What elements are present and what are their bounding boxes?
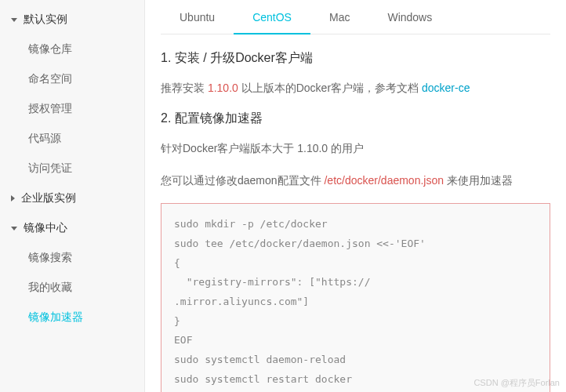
section-config-title: 2. 配置镜像加速器: [161, 111, 550, 127]
nav-item-my-favorites[interactable]: 我的收藏: [0, 273, 144, 303]
section-config-text1: 针对Docker客户端版本大于 1.10.0 的用户: [161, 140, 550, 157]
nav-group-image-center[interactable]: 镜像中心: [0, 213, 144, 243]
section-config-text2: 您可以通过修改daemon配置文件 /etc/docker/daemon.jso…: [161, 172, 550, 189]
code-block[interactable]: sudo mkdir -p /etc/docker sudo tee /etc/…: [161, 203, 550, 392]
tab-mac[interactable]: Mac: [310, 2, 368, 34]
nav-item-image-repo[interactable]: 镜像仓库: [0, 34, 144, 64]
os-tabs: Ubuntu CentOS Mac Windows: [161, 2, 550, 34]
section-install-text: 推荐安装 1.10.0 以上版本的Docker客户端，参考文档 docker-c…: [161, 79, 550, 96]
docker-ce-link[interactable]: docker-ce: [422, 82, 470, 94]
tab-ubuntu[interactable]: Ubuntu: [161, 2, 234, 34]
nav-item-auth-mgmt[interactable]: 授权管理: [0, 94, 144, 124]
nav-item-mirror-accel[interactable]: 镜像加速器: [0, 303, 144, 332]
nav-group-label: 默认实例: [24, 13, 67, 27]
nav-item-namespace[interactable]: 命名空间: [0, 64, 144, 94]
chevron-right-icon: [11, 195, 15, 201]
sidebar: 默认实例 镜像仓库 命名空间 授权管理 代码源 访问凭证 企业版实例 镜像中心 …: [0, 0, 145, 392]
nav-group-enterprise[interactable]: 企业版实例: [0, 183, 144, 213]
chevron-down-icon: [11, 227, 17, 230]
nav-group-label: 企业版实例: [21, 191, 76, 205]
daemon-json-path: /etc/docker/daemon.json: [324, 174, 444, 187]
nav-group-default-instance[interactable]: 默认实例: [0, 5, 144, 34]
watermark: CSDN @程序员Forlan: [473, 377, 560, 389]
chevron-down-icon: [11, 18, 17, 22]
tab-centos[interactable]: CentOS: [234, 2, 310, 34]
tab-content: 1. 安装 / 升级Docker客户端 推荐安装 1.10.0 以上版本的Doc…: [161, 34, 550, 392]
nav-item-code-source[interactable]: 代码源: [0, 124, 144, 154]
nav-item-access-cred[interactable]: 访问凭证: [0, 154, 144, 183]
section-install-title: 1. 安装 / 升级Docker客户端: [161, 50, 550, 67]
nav-item-image-search[interactable]: 镜像搜索: [0, 243, 144, 273]
tab-windows[interactable]: Windows: [368, 2, 451, 34]
main-content: Ubuntu CentOS Mac Windows 1. 安装 / 升级Dock…: [145, 0, 566, 392]
version-text: 1.10.0: [208, 82, 238, 94]
nav-group-label: 镜像中心: [24, 221, 67, 235]
